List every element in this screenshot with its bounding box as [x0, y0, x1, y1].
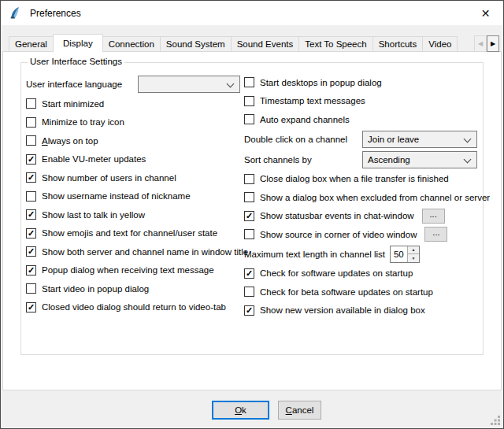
- right-checkbox-list-top: Start desktops in popup dialog Timestamp…: [244, 73, 490, 129]
- spinner-value[interactable]: 50: [391, 246, 407, 262]
- checkbox[interactable]: [244, 114, 254, 124]
- checkbox-label: Show statusbar events in chat-window: [260, 211, 414, 220]
- chevron-down-icon: [227, 80, 235, 87]
- app-icon: [8, 6, 21, 20]
- checkbox-label: Close dialog box when a file transfer is…: [260, 174, 449, 183]
- right-checkbox-list-mid: Close dialog box when a file transfer is…: [244, 170, 490, 207]
- checkbox-row: Always on top: [26, 131, 245, 150]
- tab-video[interactable]: Video: [422, 36, 458, 52]
- checkbox-label: Check for beta software updates on start…: [260, 287, 433, 297]
- close-icon[interactable]: ✕: [468, 1, 503, 25]
- checkbox[interactable]: ✓: [244, 268, 254, 279]
- checkbox-row: Timestamp text messages: [244, 92, 490, 111]
- checkbox-row: Start video in popup dialog: [26, 279, 245, 298]
- checkbox-label: Closed video dialog should return to vid…: [42, 302, 226, 312]
- preferences-dialog: Preferences ✕ General Display Connection…: [0, 0, 504, 429]
- checkbox[interactable]: [244, 287, 254, 297]
- sort-channels-label: Sort channels by: [244, 155, 362, 165]
- checkbox[interactable]: [244, 174, 254, 184]
- checkbox[interactable]: [26, 135, 36, 146]
- checkbox[interactable]: ✓: [26, 209, 36, 220]
- checkbox-row: ✓ Popup dialog when receiving text messa…: [26, 261, 245, 280]
- checkbox-row: ✓ Enable VU-meter updates: [26, 150, 245, 169]
- checkbox-label: Show username instead of nickname: [42, 191, 191, 201]
- checkbox-row: Start desktops in popup dialog: [244, 73, 490, 92]
- checkbox-row: ✓ Show new version available in dialog b…: [244, 301, 490, 320]
- group-title: User Interface Settings: [28, 57, 124, 66]
- spinner-down-icon[interactable]: ▼: [408, 254, 419, 262]
- checkbox[interactable]: [244, 192, 254, 202]
- combo-value: Ascending: [368, 155, 410, 165]
- right-checkbox-list-bottom: ✓ Check for software updates on startup …: [244, 264, 490, 320]
- checkbox[interactable]: [26, 98, 36, 109]
- combo-value: Join or leave: [368, 135, 419, 144]
- checkbox[interactable]: [244, 229, 254, 239]
- sort-channels-combobox[interactable]: Ascending: [362, 151, 477, 168]
- checkbox-label: Start video in popup dialog: [42, 284, 149, 294]
- tab-sound-events[interactable]: Sound Events: [231, 36, 300, 52]
- checkbox-row: ✓ Check for software updates on startup: [244, 264, 490, 283]
- sort-channels-row: Sort channels by Ascending: [244, 150, 490, 170]
- checkbox[interactable]: [26, 191, 36, 202]
- checkbox-row: Check for beta software updates on start…: [244, 283, 490, 301]
- display-tab-page: User Interface Settings User interface l…: [2, 51, 502, 390]
- spinner-buttons: ▲ ▼: [407, 246, 419, 262]
- checkbox-label: Show source in corner of video window: [260, 230, 417, 239]
- checkbox-label: Show new version available in dialog box: [260, 305, 425, 315]
- tab-display[interactable]: Display: [53, 34, 103, 52]
- checkbox-row: ✓ Show both server and channel name in w…: [26, 242, 245, 261]
- checkbox[interactable]: [244, 96, 254, 106]
- tab-scroll-left-icon[interactable]: ◀: [474, 35, 487, 52]
- resize-grip[interactable]: [491, 416, 500, 425]
- max-text-length-row: Maximum text length in channel list 50 ▲…: [244, 244, 490, 264]
- checkbox-label: Start desktops in popup dialog: [260, 78, 382, 87]
- chevron-down-icon: [464, 155, 472, 163]
- double-click-label: Double click on a channel: [244, 135, 362, 144]
- statusbar-events-browse-button[interactable]: ...: [422, 209, 445, 224]
- checkbox-label: Timestamp text messages: [260, 96, 365, 105]
- language-combobox[interactable]: [138, 76, 240, 93]
- checkbox-label: Show a dialog box when excluded from cha…: [260, 193, 490, 202]
- checkbox-row: ✓ Show emojis and text for channel/user …: [26, 224, 245, 243]
- checkbox-row: Close dialog box when a file transfer is…: [244, 170, 490, 189]
- checkbox[interactable]: [26, 283, 36, 294]
- tab-shortcuts[interactable]: Shortcuts: [372, 36, 424, 52]
- tab-text-to-speech[interactable]: Text To Speech: [298, 36, 372, 52]
- statusbar-events-row: ✓ Show statusbar events in chat-window .…: [244, 207, 490, 226]
- checkbox-row: Show username instead of nickname: [26, 187, 245, 206]
- max-text-length-label: Maximum text length in channel list: [244, 250, 385, 259]
- checkbox-label: Show last to talk in yellow: [42, 210, 145, 220]
- checkbox[interactable]: ✓: [244, 211, 254, 221]
- spinner-up-icon[interactable]: ▲: [408, 246, 419, 255]
- checkbox[interactable]: ✓: [26, 302, 36, 313]
- video-source-browse-button[interactable]: ...: [424, 227, 447, 242]
- checkbox[interactable]: ✓: [244, 305, 254, 316]
- tab-general[interactable]: General: [9, 36, 54, 52]
- checkbox-row: Minimize to tray icon: [26, 113, 245, 132]
- checkbox[interactable]: ✓: [26, 246, 36, 257]
- title-bar[interactable]: Preferences ✕: [1, 1, 503, 25]
- checkbox-row: ✓ Show last to talk in yellow: [26, 205, 245, 224]
- video-source-row: Show source in corner of video window ..…: [244, 225, 490, 244]
- checkbox[interactable]: ✓: [26, 228, 36, 239]
- tab-sound-system[interactable]: Sound System: [160, 36, 232, 52]
- checkbox-row: Show a dialog box when excluded from cha…: [244, 188, 490, 207]
- checkbox[interactable]: ✓: [26, 172, 36, 183]
- checkbox[interactable]: ✓: [26, 154, 36, 165]
- checkbox-label: Popup dialog when receiving text message: [42, 265, 214, 275]
- cancel-button[interactable]: Cancel: [278, 401, 321, 420]
- left-checkbox-list: Start minimized Minimize to tray icon Al…: [26, 94, 245, 316]
- checkbox[interactable]: ✓: [26, 265, 36, 276]
- ok-button[interactable]: Ok: [212, 401, 269, 420]
- tab-connection[interactable]: Connection: [102, 36, 161, 52]
- checkbox-row: Auto expand channels: [244, 110, 490, 129]
- double-click-row: Double click on a channel Join or leave: [244, 129, 490, 150]
- chevron-down-icon: [464, 135, 472, 142]
- language-label: User interface language: [26, 80, 138, 89]
- checkbox[interactable]: [244, 77, 254, 87]
- tab-scroll-right-icon[interactable]: ▶: [487, 35, 499, 52]
- left-column: User interface language Start minimized …: [26, 73, 245, 316]
- checkbox-label: Check for software updates on startup: [260, 268, 413, 278]
- double-click-combobox[interactable]: Join or leave: [362, 131, 477, 148]
- checkbox[interactable]: [26, 117, 36, 128]
